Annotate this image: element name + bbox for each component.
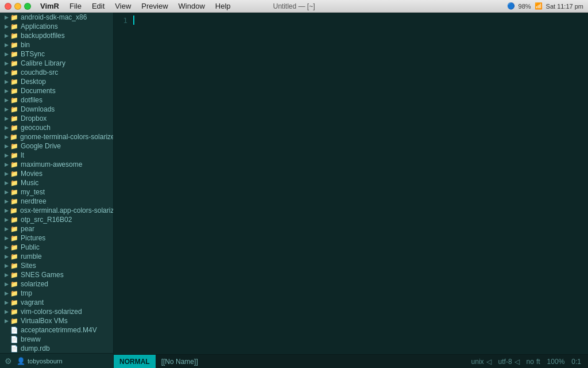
sidebar-item[interactable]: ▶ 📁 maximum-awesome	[0, 160, 113, 169]
file-icon: 📄	[10, 345, 18, 352]
folder-icon: 📁	[10, 262, 18, 270]
folder-arrow-icon: ▶	[5, 33, 9, 39]
sidebar-item-label: SNES Games	[21, 271, 64, 279]
editor-content: 1	[114, 13, 588, 354]
sidebar-item-label: dotfiles	[21, 96, 42, 104]
sidebar-item[interactable]: ▶ 📁 Desktop	[0, 77, 113, 86]
sidebar-item-label: acceptancetrimmed.M4V	[21, 326, 97, 334]
minimize-button[interactable]	[14, 3, 21, 10]
folder-icon: 📁	[10, 78, 18, 86]
folder-icon: 📁	[10, 115, 18, 122]
sidebar-item[interactable]: ▶ 📁 Sites	[0, 261, 113, 270]
status-right: unix ◁ utf-8 ◁ no ft 100% 0:1	[471, 358, 588, 366]
filetype-status: no ft	[527, 358, 540, 366]
sidebar-item-label: Downloads	[21, 105, 55, 113]
sidebar-item[interactable]: ▶ 📁 pear	[0, 224, 113, 233]
sidebar-item[interactable]: ▶ 📁 Music	[0, 178, 113, 187]
sidebar-item[interactable]: 📄 breww	[0, 335, 113, 344]
sidebar-item[interactable]: 📄 acceptancetrimmed.M4V	[0, 325, 113, 335]
traffic-lights[interactable]	[5, 3, 31, 10]
sidebar-item[interactable]: ▶ 📁 lt	[0, 151, 113, 160]
menu-edit[interactable]: Edit	[87, 1, 109, 12]
sidebar-item-label: couchdb-src	[21, 68, 58, 76]
folder-arrow-icon: ▶	[5, 208, 9, 213]
menu-window[interactable]: Window	[174, 1, 210, 12]
sidebar-item[interactable]: ▶ 📁 Calibre Library	[0, 59, 113, 68]
folder-icon: 📁	[10, 299, 18, 306]
window-title: Untitled — [~]	[273, 2, 315, 10]
folder-icon: 📁	[10, 179, 18, 187]
sidebar-item-label: BTSync	[21, 50, 45, 58]
sidebar-item[interactable]: ▶ 📁 Pictures	[0, 233, 113, 243]
sidebar-item[interactable]: ▶ 📁 bin	[0, 40, 113, 49]
mode-badge: NORMAL	[114, 355, 156, 368]
folder-arrow-icon: ▶	[5, 217, 9, 223]
sidebar-item[interactable]: ▶ 📁 nerdtree	[0, 197, 113, 206]
folder-icon: 📁	[10, 189, 18, 196]
status-bar: NORMAL [[No Name]] unix ◁ utf-8 ◁ no ft …	[114, 354, 588, 368]
sidebar-item-label: Sites	[21, 262, 36, 270]
folder-icon: 📁	[10, 290, 18, 297]
sidebar-item[interactable]: 📄 dump.rdb	[0, 344, 113, 353]
sidebar-item[interactable]: ▶ 📁 SNES Games	[0, 270, 113, 279]
close-button[interactable]	[5, 3, 11, 10]
sidebar-item[interactable]: ▶ 📁 otp_src_R16B02	[0, 215, 113, 224]
menu-help[interactable]: Help	[211, 1, 235, 12]
sidebar-item-label: vim-colors-solarized	[21, 308, 82, 316]
folder-arrow-icon: ▶	[5, 263, 9, 269]
folder-icon: 📁	[10, 97, 18, 104]
sidebar-item[interactable]: ▶ 📁 Dropbox	[0, 114, 113, 123]
sidebar-scroll[interactable]: ▶ 📁 android-sdk-mac_x86 ▶ 📁 Applications…	[0, 13, 113, 353]
maximize-button[interactable]	[24, 3, 31, 10]
sidebar-item[interactable]: ▶ 📁 Documents	[0, 86, 113, 95]
folder-icon: 📁	[10, 69, 18, 76]
sidebar-item[interactable]: ▶ 📁 Google Drive	[0, 141, 113, 151]
menu-file[interactable]: File	[65, 1, 86, 12]
sidebar-item[interactable]: ▶ 📁 BTSync	[0, 49, 113, 59]
menu-preview[interactable]: Preview	[137, 1, 172, 12]
sidebar-item-label: Pictures	[21, 234, 45, 242]
menu-bar: VimR File Edit View Preview Window Help	[31, 1, 235, 12]
sidebar-item[interactable]: ▶ 📁 VirtualBox VMs	[0, 316, 113, 325]
file-name-status: [[No Name]]	[159, 358, 200, 366]
folder-icon: 📁	[10, 32, 18, 40]
sidebar-item[interactable]: ▶ 📁 Downloads	[0, 105, 113, 114]
sidebar-item[interactable]: ▶ 📁 backupdotfiles	[0, 31, 113, 40]
sidebar-item[interactable]: ▶ 📁 solarized	[0, 279, 113, 289]
sidebar-item-label: otp_src_R16B02	[21, 216, 72, 224]
sidebar-item[interactable]: ▶ 📁 Movies	[0, 169, 113, 178]
sidebar-item[interactable]: ▶ 📁 vim-colors-solarized	[0, 307, 113, 316]
sidebar-item-label: Dropbox	[21, 114, 47, 122]
sidebar-item[interactable]: ▶ 📁 rumble	[0, 252, 113, 261]
text-cursor	[133, 16, 134, 25]
menu-vimr[interactable]: VimR	[36, 1, 64, 12]
folder-arrow-icon: ▶	[5, 106, 9, 112]
folder-arrow-icon: ▶	[5, 180, 9, 186]
sidebar: ▶ 📁 android-sdk-mac_x86 ▶ 📁 Applications…	[0, 13, 114, 368]
bluetooth-icon: 🔵	[507, 2, 515, 10]
folder-arrow-icon: ▶	[5, 125, 9, 131]
sidebar-item-label: my_test	[21, 188, 45, 196]
sidebar-item-label: maximum-awesome	[21, 160, 82, 168]
sidebar-item[interactable]: ▶ 📁 tmp	[0, 289, 113, 298]
folder-arrow-icon: ▶	[5, 152, 9, 158]
sidebar-item-label: gnome-terminal-colors-solarized	[20, 133, 113, 141]
sidebar-item[interactable]: ▶ 📁 osx-terminal.app-colors-solarized	[0, 206, 113, 215]
editor-area[interactable]: 1 NORMAL [[No Name]] unix ◁ utf-8 ◁ no f	[114, 13, 588, 368]
sidebar-item[interactable]: ▶ 📁 geocouch	[0, 123, 113, 132]
sidebar-item[interactable]: ▶ 📁 vagrant	[0, 298, 113, 307]
folder-arrow-icon: ▶	[5, 226, 9, 232]
editor-text-area[interactable]	[131, 15, 588, 352]
sidebar-item[interactable]: ▶ 📁 android-sdk-mac_x86	[0, 13, 113, 22]
gear-icon[interactable]: ⚙	[5, 356, 12, 366]
sidebar-item[interactable]: ▶ 📁 Applications	[0, 22, 113, 31]
folder-arrow-icon: ▶	[5, 162, 9, 167]
folder-icon: 📁	[10, 235, 18, 242]
sidebar-item[interactable]: ▶ 📁 gnome-terminal-colors-solarized	[0, 132, 113, 141]
sidebar-item[interactable]: ▶ 📁 couchdb-src	[0, 68, 113, 77]
sidebar-item-label: Public	[21, 243, 40, 251]
menu-view[interactable]: View	[110, 1, 136, 12]
sidebar-item[interactable]: ▶ 📁 dotfiles	[0, 95, 113, 105]
sidebar-item[interactable]: ▶ 📁 my_test	[0, 187, 113, 197]
sidebar-item[interactable]: ▶ 📁 Public	[0, 243, 113, 252]
